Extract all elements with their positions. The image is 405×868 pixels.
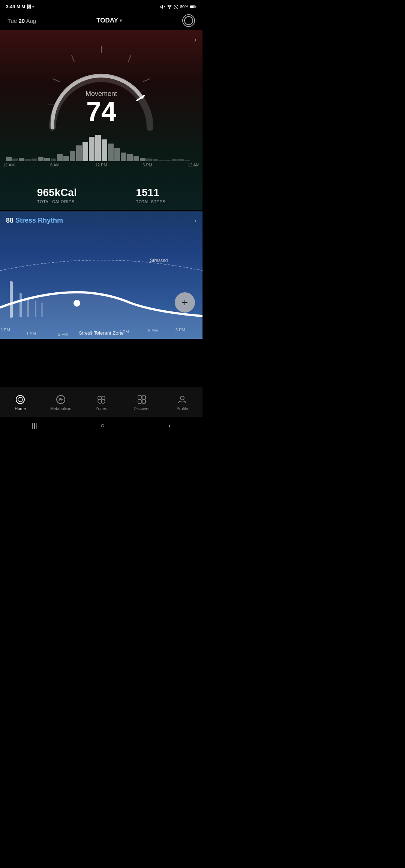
battery-display: 80%: [180, 4, 188, 9]
wifi-icon: [167, 4, 172, 9]
bar: [121, 153, 126, 161]
calories-value: 965kCal: [37, 187, 77, 199]
svg-marker-0: [160, 5, 162, 8]
recent-apps-button[interactable]: |||: [32, 422, 37, 430]
stress-chart-area: Stressed 12 PM 1 PM 2 PM 3 PM 4 PM 5 P: [0, 241, 202, 339]
svg-rect-7: [190, 6, 195, 8]
bar-chart: [0, 135, 202, 161]
calories-stat: 965kCal TOTAL CALORIES: [37, 187, 77, 204]
profile-icon: [177, 394, 188, 405]
bottom-nav: Home Metabolism Zones Discover: [0, 388, 202, 417]
movement-stats: 965kCal TOTAL CALORIES 1511 TOTAL STEPS: [0, 182, 202, 210]
svg-text:1 PM: 1 PM: [26, 331, 36, 336]
bar: [114, 148, 120, 161]
svg-point-3: [169, 8, 170, 9]
stress-rhythm-label: Stress Rhythm: [15, 217, 63, 224]
stress-chart-svg: Stressed 12 PM 1 PM 2 PM 3 PM 4 PM 5 P: [0, 241, 202, 339]
stress-tolerant-zone-label: Stress Tolerant Zone: [79, 330, 124, 336]
home-label: Home: [15, 406, 26, 411]
status-right: 80%: [160, 4, 196, 9]
metabolism-label: Metabolism: [50, 406, 71, 411]
discover-icon: [136, 394, 147, 405]
svg-text:2 PM: 2 PM: [58, 332, 68, 337]
bar: [89, 137, 94, 161]
bar: [12, 159, 18, 161]
nav-metabolism[interactable]: Metabolism: [40, 394, 81, 411]
notification-icons: M M 🖼 •: [16, 4, 34, 9]
bar-chart-labels: 12 AM 6 AM 12 PM 6 PM 12 AM: [0, 161, 202, 167]
status-left: 3:49 M M 🖼 •: [6, 4, 34, 9]
svg-point-30: [18, 397, 22, 402]
today-chevron: ▾: [120, 18, 122, 23]
header: Tue 20 Aug TODAY ▾: [0, 12, 202, 30]
stress-card: 88 Stress Rhythm › Stressed: [0, 211, 202, 339]
nav-discover[interactable]: Discover: [122, 394, 162, 411]
bar: [76, 145, 82, 161]
bar: [140, 158, 146, 161]
discover-label: Discover: [134, 406, 150, 411]
bar: [70, 151, 75, 161]
date-day: 20: [18, 18, 25, 24]
stress-card-arrow[interactable]: ›: [194, 217, 196, 224]
bar: [102, 139, 107, 161]
svg-rect-38: [138, 400, 141, 403]
svg-text:6 PM: 6 PM: [176, 328, 185, 332]
svg-text:Stressed: Stressed: [150, 258, 168, 263]
profile-ring[interactable]: [182, 14, 195, 27]
today-label: TODAY: [96, 17, 118, 24]
svg-point-40: [180, 396, 184, 400]
header-date: Tue 20 Aug: [8, 18, 36, 24]
svg-line-10: [52, 79, 60, 82]
bar: [44, 158, 50, 161]
svg-rect-36: [138, 396, 141, 399]
bar: [146, 159, 152, 161]
fab-button[interactable]: +: [175, 292, 195, 313]
bar: [51, 159, 56, 161]
home-icon: [15, 394, 26, 405]
back-button[interactable]: ‹: [168, 422, 171, 430]
bar: [6, 157, 12, 161]
bar: [82, 142, 88, 161]
today-button[interactable]: TODAY ▾: [96, 17, 122, 24]
nav-profile[interactable]: Profile: [162, 394, 202, 411]
zones-icon: [96, 394, 106, 405]
zones-label: Zones: [96, 406, 107, 411]
mute-icon: [160, 4, 165, 9]
stress-score: 88: [6, 217, 14, 224]
date-month: Aug: [26, 18, 36, 24]
bar: [134, 156, 139, 161]
bar: [32, 159, 37, 161]
svg-rect-39: [142, 400, 146, 403]
movement-label: Movement 74: [86, 90, 117, 125]
svg-point-21: [74, 300, 80, 306]
svg-line-12: [128, 55, 131, 62]
calories-label: TOTAL CALORIES: [37, 199, 77, 204]
movement-card-arrow[interactable]: ›: [194, 36, 196, 44]
svg-text:12 PM: 12 PM: [0, 328, 10, 332]
battery-icon: [190, 4, 196, 9]
home-button[interactable]: ○: [101, 422, 105, 430]
bar: [108, 144, 114, 161]
steps-value: 1511: [136, 187, 165, 199]
svg-line-5: [175, 5, 178, 8]
svg-line-9: [72, 55, 74, 62]
nav-home[interactable]: Home: [0, 394, 40, 411]
bar: [38, 157, 44, 161]
bar: [57, 154, 63, 161]
profile-ring-inner: [184, 16, 193, 25]
bar-chart-area: 12 AM 6 AM 12 PM 6 PM 12 AM: [0, 135, 202, 172]
svg-rect-37: [142, 396, 146, 399]
time-display: 3:49: [6, 4, 15, 9]
system-nav: ||| ○ ‹: [0, 417, 202, 434]
no-icon: [174, 4, 178, 9]
profile-label: Profile: [176, 406, 188, 411]
svg-text:5 PM: 5 PM: [148, 328, 158, 333]
movement-card: › Movement 74 12 AM 6 AM 12 PM: [0, 30, 202, 210]
steps-stat: 1511 TOTAL STEPS: [136, 187, 165, 204]
steps-label: TOTAL STEPS: [136, 199, 165, 204]
svg-line-13: [143, 79, 150, 82]
movement-metric-value: 74: [86, 98, 117, 125]
nav-zones[interactable]: Zones: [81, 394, 122, 411]
svg-point-29: [16, 395, 24, 404]
bar: [95, 135, 101, 161]
